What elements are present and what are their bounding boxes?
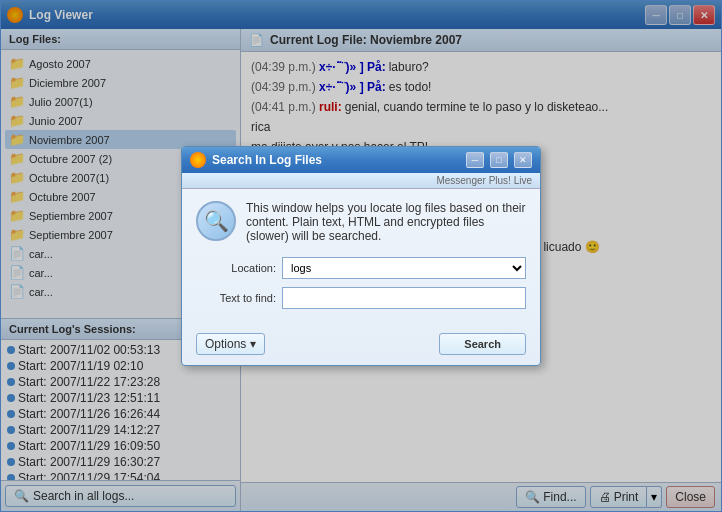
modal-close-button[interactable]: ✕ — [514, 152, 532, 168]
search-modal: Search In Log Files ─ □ ✕ Messenger Plus… — [181, 146, 541, 366]
modal-app-icon — [190, 152, 206, 168]
modal-restore-button[interactable]: □ — [490, 152, 508, 168]
modal-footer: Options ▾ Search — [182, 329, 540, 365]
text-to-find-input[interactable] — [282, 287, 526, 309]
location-select[interactable]: logs all logs current file — [282, 257, 526, 279]
modal-minimize-button[interactable]: ─ — [466, 152, 484, 168]
text-to-find-label: Text to find: — [196, 292, 276, 304]
location-label: Location: — [196, 262, 276, 274]
text-to-find-row: Text to find: — [196, 287, 526, 309]
location-row: Location: logs all logs current file — [196, 257, 526, 279]
modal-search-icon: 🔍 — [196, 201, 236, 241]
main-window: Log Viewer ─ □ ✕ Log Files: 📁Agosto 2007… — [0, 0, 722, 512]
modal-title-bar: Search In Log Files ─ □ ✕ — [182, 147, 540, 173]
modal-form: Location: logs all logs current file Tex… — [196, 257, 526, 309]
modal-overlay: Search In Log Files ─ □ ✕ Messenger Plus… — [1, 1, 721, 511]
options-button[interactable]: Options ▾ — [196, 333, 265, 355]
modal-title: Search In Log Files — [212, 153, 460, 167]
search-button[interactable]: Search — [439, 333, 526, 355]
modal-brand: Messenger Plus! Live — [182, 173, 540, 189]
modal-description: 🔍 This window helps you locate log files… — [196, 201, 526, 243]
modal-body: 🔍 This window helps you locate log files… — [182, 189, 540, 329]
